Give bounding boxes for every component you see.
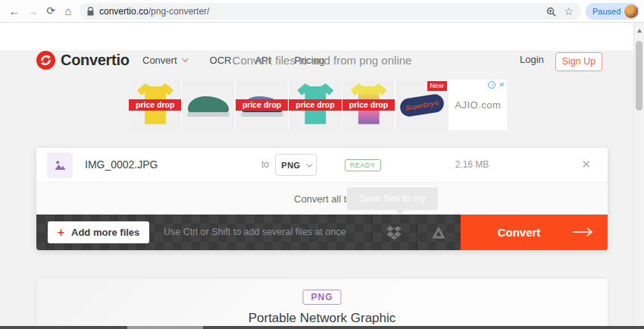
conversion-card: IMG_0002.JPG to PNG READY 2.16 MB ✕ Conv… bbox=[36, 148, 608, 250]
format-title: Portable Network Graphic bbox=[36, 311, 608, 326]
chevron-down-icon bbox=[306, 161, 312, 167]
price-drop-banner: price drop bbox=[236, 99, 288, 111]
horizontal-scrollbar-thumb[interactable] bbox=[127, 326, 203, 329]
zoom-icon[interactable] bbox=[546, 7, 556, 17]
google-drive-icon bbox=[431, 226, 446, 240]
file-name: IMG_0002.JPG bbox=[85, 148, 158, 182]
paused-label: Paused bbox=[592, 7, 621, 16]
file-size: 2.16 MB bbox=[430, 148, 514, 182]
ad-close-icon[interactable]: ✕ bbox=[499, 81, 505, 89]
dropbox-tooltip: Save files to my Dropbox bbox=[347, 187, 438, 210]
price-drop-banner: price drop bbox=[289, 99, 341, 111]
file-row: IMG_0002.JPG to PNG READY 2.16 MB ✕ bbox=[36, 148, 608, 182]
action-bar: + Add more files Use Ctrl or Shift to ad… bbox=[36, 215, 608, 250]
arrow-right-icon bbox=[573, 227, 592, 237]
ad-tile-superdry-case[interactable]: SuperDry® New bbox=[395, 80, 448, 130]
ad-banner: price drop price drop price drop price d… bbox=[129, 80, 507, 130]
format-badge: PNG bbox=[302, 290, 341, 305]
ad-info-icon[interactable]: i bbox=[488, 81, 496, 89]
ad-tile-blue-shoe[interactable]: price drop bbox=[236, 80, 288, 130]
shoe-image bbox=[188, 96, 229, 113]
advertiser-name: AJIO.com bbox=[455, 99, 501, 111]
back-icon[interactable]: ← bbox=[6, 0, 23, 23]
dropbox-upload-button[interactable] bbox=[371, 215, 416, 250]
google-drive-upload-button[interactable] bbox=[416, 215, 461, 250]
address-bar[interactable]: convertio.co/png-converter/ ☆ bbox=[80, 3, 581, 20]
convert-all-label: Convert all to bbox=[294, 193, 352, 205]
url-host: convertio.co bbox=[99, 6, 148, 17]
target-format-select[interactable]: PNG bbox=[275, 154, 317, 176]
screen: ← → ⟳ ⌂ convertio.co/png-converter/ ☆ Pa… bbox=[0, 0, 644, 329]
url-text: convertio.co/png-converter/ bbox=[99, 6, 209, 17]
home-icon[interactable]: ⌂ bbox=[60, 0, 77, 23]
url-path: /png-converter/ bbox=[148, 6, 210, 17]
ad-tile-teal-tshirt[interactable]: price drop bbox=[289, 80, 341, 130]
bookmark-star-icon[interactable]: ☆ bbox=[564, 6, 574, 17]
price-drop-banner: price drop bbox=[342, 99, 395, 111]
forward-icon[interactable]: → bbox=[24, 0, 41, 23]
bottom-edge-bar bbox=[0, 326, 644, 329]
site-header: Convertio Convert OCR API Pricing Login … bbox=[0, 23, 644, 52]
superdry-text: SuperDry® bbox=[405, 99, 439, 112]
ad-tile-gradient-tshirt[interactable]: price drop bbox=[342, 80, 395, 130]
image-file-icon bbox=[47, 152, 73, 178]
remove-file-icon[interactable]: ✕ bbox=[581, 148, 591, 182]
convert-button-label: Convert bbox=[461, 215, 577, 250]
refresh-icon[interactable]: ⟳ bbox=[42, 0, 59, 23]
shoe-sole bbox=[187, 112, 230, 117]
plus-icon: + bbox=[58, 227, 64, 239]
page-subtitle: Convert files to and from png online bbox=[0, 54, 644, 67]
convert-button[interactable]: Convert bbox=[461, 215, 608, 250]
to-label: to bbox=[261, 148, 269, 182]
browser-toolbar: ← → ⟳ ⌂ convertio.co/png-converter/ ☆ Pa… bbox=[0, 0, 644, 23]
multi-select-hint: Use Ctrl or Shift to add several files a… bbox=[164, 215, 345, 250]
convert-all-row: Convert all to Save files to my Dropbox bbox=[36, 182, 608, 215]
pencil-case-image: SuperDry® bbox=[399, 93, 445, 118]
target-format-value: PNG bbox=[281, 161, 300, 170]
add-more-files-button[interactable]: + Add more files bbox=[48, 221, 149, 243]
price-drop-banner: price drop bbox=[129, 99, 181, 111]
vertical-scrollbar[interactable] bbox=[633, 23, 644, 326]
new-badge: New bbox=[427, 81, 447, 91]
ad-tile-green-shoe[interactable] bbox=[182, 80, 234, 130]
scrollbar-thumb[interactable] bbox=[636, 41, 642, 111]
browser-menu-icon[interactable]: ⋮ bbox=[631, 0, 643, 23]
shoe-sole bbox=[241, 112, 283, 117]
scrollbar-up-icon[interactable] bbox=[637, 27, 642, 33]
format-info-card: PNG Portable Network Graphic bbox=[36, 279, 608, 326]
status-badge: READY bbox=[345, 159, 381, 171]
add-more-files-label: Add more files bbox=[71, 227, 139, 238]
lock-icon bbox=[87, 7, 94, 16]
ad-tile-yellow-tshirt[interactable]: price drop bbox=[129, 80, 181, 130]
dropbox-icon bbox=[386, 226, 402, 240]
ad-tile-advertiser[interactable]: AJIO.com i ✕ bbox=[449, 80, 507, 130]
